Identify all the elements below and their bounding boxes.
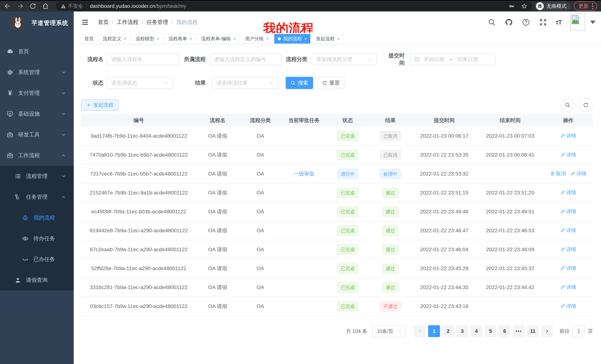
- prev-page-button[interactable]: [414, 325, 426, 337]
- result-cell: 通过: [369, 259, 412, 278]
- font-size-icon[interactable]: tT: [556, 19, 562, 26]
- process-category: OA: [239, 278, 282, 297]
- tab-close-icon[interactable]: ×: [124, 36, 127, 41]
- sidebar-item-process-mgmt[interactable]: 流程管理: [0, 166, 74, 187]
- refresh-list-button[interactable]: [579, 98, 592, 112]
- breadcrumb-separator: /: [142, 19, 143, 25]
- col-status: 状态: [326, 114, 369, 126]
- tab-close-icon[interactable]: ×: [233, 36, 236, 41]
- tab-close-icon[interactable]: ×: [266, 36, 269, 41]
- current-task-link[interactable]: 一级审批: [294, 171, 314, 177]
- actions-cell: 详情: [544, 202, 593, 221]
- breadcrumb-workflow[interactable]: 工作流程: [117, 19, 138, 26]
- cancel-link[interactable]: 取消: [550, 170, 566, 177]
- sidebar-item-label: 首页: [18, 48, 29, 55]
- tab-process-model[interactable]: 流程模型×: [132, 34, 163, 44]
- pager-page-4[interactable]: 4: [471, 325, 482, 337]
- chrome-menu-icon[interactable]: [592, 3, 594, 9]
- forward-icon[interactable]: [17, 3, 24, 10]
- pager-page-1[interactable]: 1: [428, 325, 440, 337]
- detail-link[interactable]: 详情: [560, 151, 576, 158]
- process-name: OA 请假: [196, 183, 239, 202]
- create-process-button[interactable]: 发起流程: [81, 99, 119, 111]
- tab-start-process[interactable]: 发起流程×: [312, 34, 343, 44]
- update-button[interactable]: 更新: [574, 1, 597, 11]
- search-icon[interactable]: [488, 18, 496, 26]
- pager-page-5[interactable]: 5: [485, 325, 496, 337]
- avatar[interactable]: [570, 14, 585, 31]
- tab-process-form-edit[interactable]: 流程表单-编辑×: [198, 34, 239, 44]
- sidebar-item-system[interactable]: 系统管理: [0, 62, 74, 83]
- date-range-picker[interactable]: 开始日期 - 结束日期: [410, 53, 495, 65]
- col-id: 编号: [81, 114, 196, 126]
- sidebar-item-task-mgmt[interactable]: 任务管理: [0, 187, 74, 207]
- tab-close-icon[interactable]: ×: [337, 36, 340, 41]
- home-icon[interactable]: [42, 3, 49, 10]
- detail-link[interactable]: 详情: [571, 170, 587, 177]
- suitcase-icon: [7, 152, 13, 159]
- reload-icon[interactable]: [29, 3, 36, 10]
- result-cell: 不通过: [369, 297, 412, 316]
- breadcrumb-home[interactable]: 首页: [98, 19, 109, 26]
- pager-page-2[interactable]: 2: [442, 325, 454, 337]
- pager-page-6[interactable]: 6: [499, 325, 511, 337]
- page-size-select[interactable]: 10条/页: [372, 325, 405, 337]
- sidebar-item-workflow[interactable]: 工作流程: [0, 145, 74, 166]
- detail-link[interactable]: 详情: [560, 227, 576, 234]
- sidebar-item-dev-tools[interactable]: 研发工具: [0, 124, 74, 145]
- pager-page-11[interactable]: 11: [527, 325, 539, 337]
- breadcrumb-separator: /: [112, 19, 113, 25]
- search-button[interactable]: 搜索: [286, 77, 313, 89]
- tab-process-form[interactable]: 流程表单×: [165, 34, 196, 44]
- avatar-caret-icon[interactable]: [590, 21, 595, 24]
- detail-link[interactable]: 详情: [560, 246, 576, 253]
- tab-close-icon[interactable]: ×: [304, 36, 307, 41]
- help-icon[interactable]: [522, 18, 530, 26]
- status-cell: 已完成: [326, 259, 369, 278]
- tab-close-icon[interactable]: ×: [157, 36, 159, 41]
- process-name-input[interactable]: 请输入流程名: [107, 53, 179, 65]
- table-row: 3ad174fb-7b9d-11ec-8404-acde48001122OA 请…: [81, 126, 593, 145]
- parent-process-input[interactable]: 请输入流程定义的编号: [210, 53, 281, 65]
- pager-more-button[interactable]: •••: [513, 325, 525, 337]
- status-select[interactable]: 请选择状态: [107, 77, 173, 89]
- tab-process-definition[interactable]: 流程定义×: [99, 34, 130, 44]
- tab-home[interactable]: 首页: [81, 34, 97, 44]
- category-select[interactable]: 请选择流程分类: [312, 53, 377, 65]
- sidebar-item-infrastructure[interactable]: 基础设施: [0, 104, 74, 124]
- goto-page-input[interactable]: [573, 325, 585, 337]
- bookmark-star-icon[interactable]: [521, 3, 527, 9]
- detail-link[interactable]: 详情: [560, 284, 576, 290]
- tab-user-group[interactable]: 用户分组×: [241, 34, 272, 44]
- result-badge: 通过: [382, 207, 399, 217]
- breadcrumb-task-mgmt[interactable]: 任务管理: [147, 19, 168, 26]
- tab-my-process[interactable]: 我的流程×: [274, 34, 310, 44]
- process-category: OA: [239, 126, 282, 145]
- back-icon[interactable]: [4, 3, 11, 10]
- sidebar-item-done-tasks[interactable]: 已办任务: [0, 249, 74, 270]
- sidebar-item-todo-tasks[interactable]: 待办任务: [0, 228, 74, 249]
- result-cell: 已取消: [369, 126, 412, 145]
- fullscreen-icon[interactable]: [539, 18, 547, 26]
- reset-button[interactable]: 重置: [317, 77, 344, 89]
- password-key-icon[interactable]: [509, 3, 515, 9]
- next-page-button[interactable]: [541, 325, 553, 337]
- pager-page-3[interactable]: 3: [456, 325, 468, 337]
- pen-icon: [560, 209, 566, 214]
- sidebar-item-leave-query[interactable]: 请假查询: [0, 270, 74, 290]
- detail-link[interactable]: 详情: [560, 133, 576, 139]
- detail-link[interactable]: 详情: [560, 189, 576, 196]
- sidebar-item-home[interactable]: 首页: [0, 41, 74, 62]
- detail-link[interactable]: 详情: [560, 265, 576, 272]
- sidebar-item-payment[interactable]: ¥ 支付管理: [0, 83, 74, 104]
- result-select[interactable]: 请选择流结果: [212, 77, 278, 89]
- show-search-button[interactable]: [561, 98, 574, 112]
- address-bar[interactable]: 不安全 dashboard.yudao.iocoder.cn/bpm/task/…: [56, 1, 532, 11]
- sidebar-collapse-icon[interactable]: [81, 18, 89, 26]
- detail-link[interactable]: 详情: [560, 303, 576, 309]
- github-icon[interactable]: [505, 18, 513, 26]
- current-task-cell: 一级审批: [282, 164, 326, 183]
- detail-link[interactable]: 详情: [560, 208, 576, 215]
- sidebar-item-my-process[interactable]: 我的流程: [0, 207, 74, 228]
- tab-close-icon[interactable]: ×: [190, 36, 192, 41]
